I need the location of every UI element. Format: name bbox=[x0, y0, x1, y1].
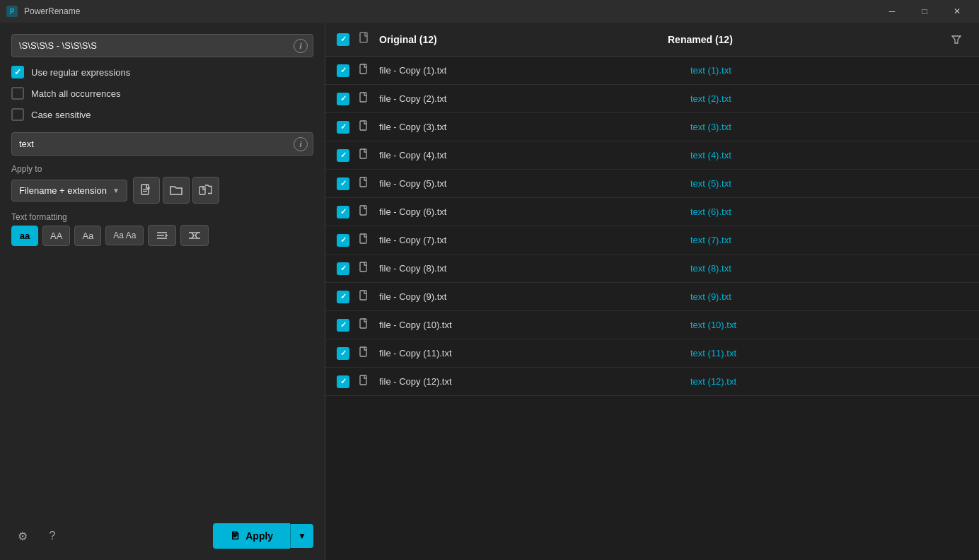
row-checkbox-3[interactable] bbox=[337, 121, 349, 134]
row-renamed-6: text (6).txt bbox=[685, 206, 968, 217]
row-checkbox-cell bbox=[337, 347, 359, 360]
apply-to-dropdown[interactable]: Filename + extension ▼ bbox=[11, 180, 127, 202]
row-renamed-2: text (2).txt bbox=[685, 93, 968, 104]
row-original-10: file - Copy (10).txt bbox=[379, 320, 685, 330]
search-input[interactable] bbox=[11, 34, 313, 57]
settings-button[interactable]: ⚙ bbox=[11, 525, 34, 547]
trim-button[interactable] bbox=[148, 225, 176, 246]
svg-marker-12 bbox=[952, 36, 961, 43]
table-row: file - Copy (12).txt text (12).txt bbox=[325, 368, 979, 396]
row-file-icon-7 bbox=[359, 233, 379, 247]
row-original-12: file - Copy (12).txt bbox=[379, 376, 685, 387]
replace-row: i bbox=[11, 132, 313, 156]
uppercase-button[interactable]: AA bbox=[42, 226, 70, 246]
table-header: Original (12) Renamed (12) bbox=[325, 23, 979, 57]
case-sensitive-row[interactable]: Case sensitive bbox=[11, 108, 313, 121]
row-original-3: file - Copy (3).txt bbox=[379, 122, 685, 132]
row-checkbox-12[interactable] bbox=[337, 375, 349, 388]
search-info-button[interactable]: i bbox=[294, 39, 308, 53]
files-table: file - Copy (1).txt text (1).txt file - … bbox=[325, 57, 979, 560]
lowercase-button[interactable]: aa bbox=[11, 226, 38, 246]
use-regex-row[interactable]: Use regular expressions bbox=[11, 66, 313, 78]
row-checkbox-8[interactable] bbox=[337, 262, 349, 275]
row-file-icon-10 bbox=[359, 318, 379, 332]
svg-rect-17 bbox=[360, 177, 366, 187]
svg-rect-18 bbox=[360, 206, 366, 215]
row-checkbox-11[interactable] bbox=[337, 347, 349, 360]
svg-rect-22 bbox=[360, 319, 366, 328]
svg-rect-21 bbox=[360, 291, 366, 300]
shuffle-button[interactable] bbox=[180, 225, 209, 246]
row-checkbox-2[interactable] bbox=[337, 93, 349, 105]
row-checkbox-cell bbox=[337, 375, 359, 388]
row-checkbox-cell bbox=[337, 206, 359, 218]
apply-button[interactable]: 🖹 Apply bbox=[213, 523, 290, 549]
case-sensitive-checkbox[interactable] bbox=[11, 108, 24, 121]
row-original-1: file - Copy (1).txt bbox=[379, 65, 685, 76]
match-all-row[interactable]: Match all occurrences bbox=[11, 87, 313, 100]
replace-info-button[interactable]: i bbox=[294, 137, 308, 151]
apply-to-row: Filename + extension ▼ bbox=[11, 177, 313, 204]
row-renamed-5: text (5).txt bbox=[685, 178, 968, 189]
minimize-button[interactable]: ─ bbox=[876, 0, 908, 23]
renamed-header: Renamed (12) bbox=[662, 34, 945, 45]
row-file-icon-8 bbox=[359, 262, 379, 275]
row-file-icon-5 bbox=[359, 177, 379, 190]
mixedcase-button[interactable]: Aa Aa bbox=[105, 226, 144, 245]
header-file-icon bbox=[359, 32, 379, 47]
window-controls: ─ □ ✕ bbox=[876, 0, 973, 23]
row-checkbox-cell bbox=[337, 262, 359, 275]
row-renamed-9: text (9).txt bbox=[685, 291, 968, 302]
maximize-button[interactable]: □ bbox=[908, 0, 941, 23]
replace-input[interactable] bbox=[11, 132, 313, 156]
app-title: PowerRename bbox=[24, 6, 80, 16]
use-regex-checkbox[interactable] bbox=[11, 66, 24, 78]
table-row: file - Copy (1).txt text (1).txt bbox=[325, 57, 979, 85]
svg-rect-11 bbox=[360, 33, 367, 42]
use-regex-label: Use regular expressions bbox=[31, 67, 130, 78]
table-row: file - Copy (8).txt text (8).txt bbox=[325, 255, 979, 283]
row-checkbox-cell bbox=[337, 93, 359, 105]
titlecase-button[interactable]: Aa bbox=[74, 226, 101, 246]
apply-btn-wrap: 🖹 Apply ▼ bbox=[213, 523, 313, 549]
bottom-left-icons: ⚙ ? bbox=[11, 525, 64, 547]
apply-dropdown-button[interactable]: ▼ bbox=[290, 524, 313, 548]
select-all-checkbox[interactable] bbox=[337, 33, 349, 46]
row-renamed-3: text (3).txt bbox=[685, 122, 968, 132]
table-row: file - Copy (7).txt text (7).txt bbox=[325, 226, 979, 255]
folder-only-button[interactable] bbox=[163, 177, 190, 204]
search-row: i bbox=[11, 34, 313, 57]
left-panel: i Use regular expressions Match all occu… bbox=[0, 23, 325, 560]
help-button[interactable]: ? bbox=[41, 525, 64, 547]
row-checkbox-cell bbox=[337, 319, 359, 332]
file-only-button[interactable] bbox=[133, 177, 160, 204]
close-button[interactable]: ✕ bbox=[941, 0, 973, 23]
row-renamed-1: text (1).txt bbox=[685, 65, 968, 76]
row-renamed-4: text (4).txt bbox=[685, 150, 968, 161]
row-renamed-12: text (12).txt bbox=[685, 376, 968, 387]
row-renamed-10: text (10).txt bbox=[685, 320, 968, 330]
row-checkbox-6[interactable] bbox=[337, 206, 349, 218]
row-checkbox-10[interactable] bbox=[337, 319, 349, 332]
match-all-checkbox[interactable] bbox=[11, 87, 24, 100]
row-checkbox-cell bbox=[337, 291, 359, 303]
row-checkbox-1[interactable] bbox=[337, 64, 349, 77]
table-row: file - Copy (2).txt text (2).txt bbox=[325, 85, 979, 113]
row-checkbox-5[interactable] bbox=[337, 177, 349, 190]
apply-icon: 🖹 bbox=[230, 530, 240, 542]
filter-button[interactable] bbox=[945, 35, 968, 45]
row-original-6: file - Copy (6).txt bbox=[379, 206, 685, 217]
row-file-icon-11 bbox=[359, 346, 379, 360]
row-checkbox-4[interactable] bbox=[337, 149, 349, 162]
svg-rect-23 bbox=[360, 347, 366, 356]
match-all-label: Match all occurrences bbox=[31, 88, 120, 99]
row-file-icon-3 bbox=[359, 120, 379, 134]
row-checkbox-9[interactable] bbox=[337, 291, 349, 303]
file-and-folder-button[interactable] bbox=[192, 177, 219, 204]
original-header: Original (12) bbox=[379, 34, 662, 45]
row-original-11: file - Copy (11).txt bbox=[379, 348, 685, 358]
svg-rect-13 bbox=[360, 64, 366, 74]
row-checkbox-7[interactable] bbox=[337, 234, 349, 247]
row-checkbox-cell bbox=[337, 121, 359, 134]
titlebar-left: P PowerRename bbox=[6, 5, 80, 18]
